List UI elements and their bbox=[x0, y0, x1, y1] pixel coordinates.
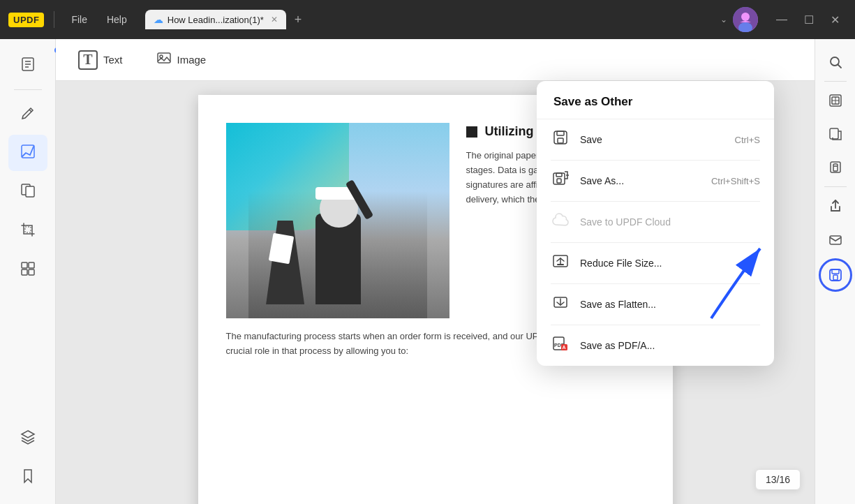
cloud-label: Save to UPDF Cloud bbox=[580, 216, 671, 228]
popup-flatten-item[interactable]: Save as Flatten... bbox=[537, 284, 774, 325]
bookmark-icon bbox=[20, 468, 36, 487]
convert-btn[interactable] bbox=[821, 119, 850, 149]
new-tab-btn[interactable]: + bbox=[289, 11, 308, 29]
save-shortcut: Ctrl+S bbox=[735, 135, 760, 145]
pages-icon bbox=[20, 183, 36, 202]
svg-rect-11 bbox=[25, 227, 31, 232]
protect-btn[interactable] bbox=[821, 153, 850, 182]
svg-rect-21 bbox=[558, 138, 563, 143]
email-btn[interactable] bbox=[821, 225, 850, 254]
flatten-icon bbox=[551, 294, 570, 315]
svg-line-7 bbox=[29, 110, 31, 112]
window-controls: — ☐ ✕ bbox=[769, 10, 847, 29]
image-tool-label: Image bbox=[177, 54, 207, 66]
content-area: T Text Image bbox=[56, 39, 815, 504]
search-btn[interactable] bbox=[821, 47, 850, 77]
toolbar-text[interactable]: T Text bbox=[70, 46, 131, 74]
close-btn[interactable]: ✕ bbox=[824, 10, 847, 29]
saveas-label: Save As... bbox=[580, 175, 624, 186]
tab-cloud-icon: ☁ bbox=[154, 14, 163, 25]
reduce-label: Reduce File Size... bbox=[580, 258, 662, 269]
image-tool-icon bbox=[156, 50, 172, 69]
tab-title: How Leadin...ization(1)* bbox=[168, 15, 264, 25]
right-divider-1 bbox=[824, 81, 847, 82]
titlebar-divider bbox=[54, 11, 54, 28]
sidebar-divider-1 bbox=[14, 89, 42, 90]
layers-icon bbox=[20, 429, 36, 448]
crop-icon bbox=[20, 222, 36, 241]
svg-rect-39 bbox=[830, 128, 838, 139]
menu-help[interactable]: Help bbox=[100, 11, 134, 28]
popup-pdfa-item[interactable]: PDF A Save as PDF/A... bbox=[537, 325, 774, 366]
popup-flatten-left: Save as Flatten... bbox=[551, 294, 656, 315]
sidebar-item-bookmark[interactable] bbox=[8, 459, 47, 496]
tabs-dropdown[interactable]: ⌄ bbox=[720, 15, 727, 24]
tab-close-btn[interactable]: ✕ bbox=[271, 15, 278, 24]
minimize-btn[interactable]: — bbox=[769, 10, 794, 29]
svg-rect-19 bbox=[554, 131, 567, 144]
organize-icon bbox=[20, 261, 36, 280]
text-tool-icon: T bbox=[78, 50, 98, 70]
svg-rect-23 bbox=[556, 173, 562, 177]
reader-icon bbox=[20, 57, 36, 75]
heading-square bbox=[466, 126, 477, 138]
popup-save-item[interactable]: Save Ctrl+S bbox=[537, 119, 774, 160]
flatten-label: Save as Flatten... bbox=[580, 299, 656, 310]
sidebar-item-annotate[interactable] bbox=[8, 135, 47, 171]
svg-rect-45 bbox=[833, 275, 838, 280]
pdfa-icon: PDF A bbox=[551, 335, 570, 356]
popup-saveas-item[interactable]: Save As... Ctrl+Shift+S bbox=[537, 161, 774, 201]
save-icon bbox=[551, 129, 570, 150]
popup-save-left: Save bbox=[551, 129, 602, 150]
sidebar-item-pages[interactable] bbox=[8, 174, 47, 210]
popup-section-save: Save Ctrl+S bbox=[537, 119, 774, 160]
sidebar-item-crop[interactable] bbox=[8, 213, 47, 249]
popup-reduce-item[interactable]: Reduce File Size... bbox=[537, 243, 774, 283]
sidebar-item-reader[interactable] bbox=[8, 47, 47, 84]
menu-file[interactable]: File bbox=[64, 11, 94, 28]
save-label: Save bbox=[580, 134, 602, 145]
saveas-shortcut: Ctrl+Shift+S bbox=[711, 176, 760, 186]
share-btn[interactable] bbox=[821, 191, 850, 221]
left-sidebar bbox=[0, 39, 56, 504]
svg-rect-14 bbox=[22, 269, 27, 275]
popup-pdfa-left: PDF A Save as PDF/A... bbox=[551, 335, 655, 356]
pdfa-label: Save as PDF/A... bbox=[580, 340, 655, 351]
text-tool-label: Text bbox=[103, 54, 123, 66]
svg-rect-42 bbox=[830, 236, 841, 244]
sidebar-item-organize[interactable] bbox=[8, 252, 47, 288]
svg-rect-12 bbox=[22, 262, 27, 268]
svg-rect-20 bbox=[557, 131, 564, 135]
svg-line-34 bbox=[838, 65, 841, 68]
titlebar: UPDF File Help ☁ How Leadin...ization(1)… bbox=[0, 0, 855, 39]
svg-rect-15 bbox=[29, 269, 34, 275]
ocr-btn[interactable] bbox=[821, 86, 850, 115]
popup-reduce-left: Reduce File Size... bbox=[551, 253, 662, 274]
avatar[interactable] bbox=[733, 7, 758, 32]
main-layout: T Text Image bbox=[0, 39, 855, 504]
active-tab[interactable]: ☁ How Leadin...ization(1)* ✕ bbox=[145, 10, 286, 29]
maximize-btn[interactable]: ☐ bbox=[797, 10, 821, 29]
saveas-icon bbox=[551, 170, 570, 191]
pdf-image bbox=[226, 123, 449, 318]
save-other-btn[interactable] bbox=[819, 258, 852, 292]
svg-rect-41 bbox=[833, 166, 838, 171]
sidebar-item-layers[interactable] bbox=[8, 420, 47, 457]
edit-icon bbox=[20, 105, 36, 124]
tab-area: ☁ How Leadin...ization(1)* ✕ + bbox=[145, 10, 715, 29]
svg-point-1 bbox=[741, 13, 750, 21]
right-sidebar bbox=[815, 39, 855, 504]
svg-rect-13 bbox=[29, 262, 34, 268]
popup-overlay: Save as Other Save bbox=[537, 81, 774, 366]
popup-cloud-item: Save to UPDF Cloud bbox=[537, 202, 774, 242]
page-counter: 13/16 bbox=[755, 469, 801, 490]
reduce-icon bbox=[551, 253, 570, 274]
sidebar-item-edit[interactable] bbox=[8, 96, 47, 132]
popup-cloud-left: Save to UPDF Cloud bbox=[551, 212, 671, 232]
cloud-icon bbox=[551, 212, 570, 232]
toolbar: T Text Image bbox=[56, 39, 815, 81]
svg-text:A: A bbox=[563, 345, 566, 350]
svg-rect-24 bbox=[557, 179, 561, 183]
popup-title: Save as Other bbox=[537, 81, 774, 119]
toolbar-image[interactable]: Image bbox=[148, 46, 215, 73]
